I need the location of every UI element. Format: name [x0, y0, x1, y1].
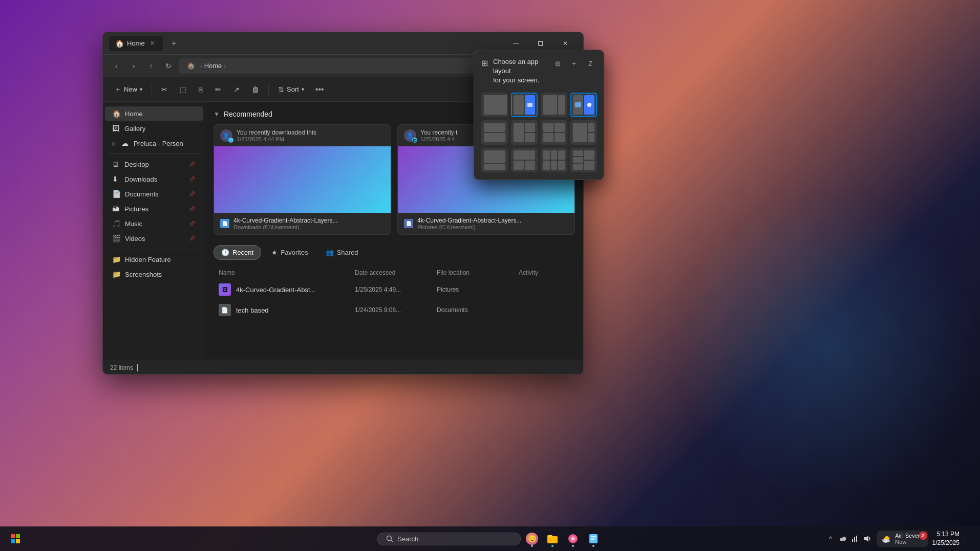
file-row-2[interactable]: 📄 tech based 1/24/2025 9:06... Documents [214, 300, 575, 320]
col-location[interactable]: File location [437, 269, 519, 276]
tray-chevron[interactable]: ^ [825, 534, 836, 544]
sidebar-item-pictures[interactable]: 🏔 Pictures 📌 [105, 202, 203, 216]
sidebar-item-gallery[interactable]: 🖼 Gallery [105, 121, 203, 136]
pin-icon: 📌 [188, 221, 196, 227]
layout-split3tall[interactable] [511, 120, 538, 145]
desktop-icon: 🖥 [112, 160, 120, 168]
download-badge: ↓ [228, 138, 233, 143]
collapse-button[interactable]: ▼ [214, 111, 220, 118]
weather-widget[interactable]: 2 Air: Severe Now [877, 531, 928, 547]
tab-favorites[interactable]: ★ Favorites [264, 245, 315, 260]
home-nav-icon[interactable]: 🏠 [184, 59, 198, 73]
layout-split4[interactable] [541, 120, 567, 145]
folder-icon-2: 📁 [112, 270, 121, 278]
sidebar-item-screenshots[interactable]: 📁 Screenshots [105, 267, 203, 281]
new-tab-button[interactable]: + [167, 36, 181, 51]
maximize-button[interactable] [529, 35, 552, 52]
tray-volume[interactable] [862, 534, 872, 544]
sidebar-item-documents[interactable]: 📄 Documents 📌 [105, 187, 203, 201]
active-tab[interactable]: 🏠 Home ✕ [109, 36, 163, 51]
minimize-button[interactable]: — [504, 35, 528, 52]
taskbar-widgets[interactable]: 😊 [523, 530, 541, 548]
file-location-2: Documents [437, 306, 519, 314]
breadcrumb-home[interactable]: Home [204, 62, 222, 70]
taskbar-notepad[interactable] [584, 530, 603, 548]
weather-icon [882, 534, 892, 544]
taskbar: Search 😊 [0, 526, 980, 551]
show-desktop[interactable] [964, 534, 974, 544]
col-name[interactable]: Name [219, 269, 355, 276]
taskbar-paint[interactable] [564, 530, 582, 548]
col-activity[interactable]: Activity [519, 269, 570, 276]
paste-button[interactable]: ⎘ [194, 83, 208, 96]
layout-split4uneven[interactable] [570, 120, 597, 145]
rec-card-1[interactable]: 👤 ↓ You recently downloaded this 1/25/20… [214, 124, 391, 235]
svg-rect-17 [854, 537, 855, 542]
up-button[interactable]: ↑ [144, 59, 158, 73]
tab-shared[interactable]: 👥 Shared [318, 245, 366, 260]
search-bar[interactable]: Search [377, 533, 521, 545]
tray-onedrive[interactable] [838, 534, 848, 544]
rec-card-1-file-info: 4k-Curved-Gradient-Abstract-Layers... Do… [233, 217, 385, 230]
filter-tabs: 🕐 Recent ★ Favorites 👥 Shared [214, 245, 575, 260]
tab-recent[interactable]: 🕐 Recent [214, 245, 261, 260]
rec-card-1-footer: 📄 4k-Curved-Gradient-Abstract-Layers... … [214, 213, 391, 234]
close-tab-button[interactable]: ✕ [148, 39, 157, 48]
layout-split5[interactable] [570, 148, 597, 172]
svg-rect-15 [591, 539, 594, 540]
sidebar-item-desktop[interactable]: 🖥 Desktop 📌 [105, 157, 203, 171]
start-button[interactable] [6, 530, 25, 548]
tray-network[interactable] [850, 534, 860, 544]
clock[interactable]: 5:13 PM 1/25/2025 [932, 530, 960, 547]
share-button[interactable]: ↗ [228, 83, 245, 96]
sidebar: 🏠 Home 🖼 Gallery ▷ ☁ Preluca - Person 🖥 … [103, 102, 205, 360]
file-cell-1: 🖼 4k-Curved-Gradient-Abst... [219, 283, 355, 296]
popup-add-button[interactable]: + [568, 57, 580, 70]
taskbar-center: Search 😊 [377, 530, 603, 548]
layout-half[interactable] [511, 93, 538, 117]
sidebar-item-downloads[interactable]: ⬇ Downloads 📌 [105, 172, 203, 186]
layout-row-1 [481, 93, 596, 117]
layout-split3mixed[interactable] [511, 148, 538, 172]
sidebar-item-preluca[interactable]: ▷ ☁ Preluca - Person [105, 136, 203, 150]
folder-icon: 📁 [112, 255, 121, 263]
svg-rect-8 [547, 535, 552, 537]
svg-point-11 [572, 538, 574, 540]
sort-button[interactable]: ⇅ Sort ▾ [273, 83, 309, 96]
close-button[interactable]: ✕ [553, 35, 577, 52]
cut-button[interactable]: ✂ [156, 83, 173, 96]
layout-split2v-wide[interactable] [481, 148, 508, 172]
layout-split2v[interactable] [481, 120, 508, 145]
file-row-1[interactable]: 🖼 4k-Curved-Gradient-Abst... 1/25/2025 4… [214, 279, 575, 300]
svg-rect-12 [589, 534, 598, 543]
rename-button[interactable]: ✏ [210, 83, 226, 96]
layout-split4wide[interactable] [541, 148, 567, 172]
svg-rect-14 [591, 538, 596, 539]
copy-button[interactable]: ⬚ [175, 83, 191, 96]
layout-app[interactable] [570, 93, 597, 117]
new-button[interactable]: ＋ New ▾ [109, 82, 147, 97]
layout-split3wide[interactable] [541, 93, 567, 117]
back-button[interactable]: ‹ [109, 59, 123, 73]
taskbar-file-explorer[interactable] [543, 530, 562, 548]
pictures-icon: 🏔 [112, 205, 120, 213]
col-date[interactable]: Date accessed [355, 269, 437, 276]
svg-rect-2 [16, 534, 20, 538]
delete-button[interactable]: 🗑 [247, 83, 264, 96]
rec-card-2-footer: 📄 4k-Curved-Gradient-Abstract-Layers... … [398, 213, 574, 234]
sidebar-item-home[interactable]: 🏠 Home [105, 106, 203, 121]
layout-full[interactable] [481, 93, 508, 117]
sidebar-item-hidden[interactable]: 📁 Hidden Feature [105, 252, 203, 267]
popup-grid-button[interactable]: ⊞ [551, 57, 564, 70]
refresh-button[interactable]: ↻ [161, 59, 176, 73]
svg-rect-4 [16, 539, 20, 543]
shared-icon: 👥 [326, 249, 334, 256]
forward-button[interactable]: › [126, 59, 141, 73]
sidebar-item-music[interactable]: 🎵 Music 📌 [105, 216, 203, 231]
more-button[interactable]: ••• [311, 82, 328, 97]
sidebar-item-videos[interactable]: 🎬 Videos 📌 [105, 231, 203, 246]
popup-z-button[interactable]: Z [584, 57, 596, 70]
tray-icons: ^ [825, 534, 872, 544]
notepad-icon [588, 533, 599, 544]
pin-icon: 📌 [188, 235, 196, 242]
